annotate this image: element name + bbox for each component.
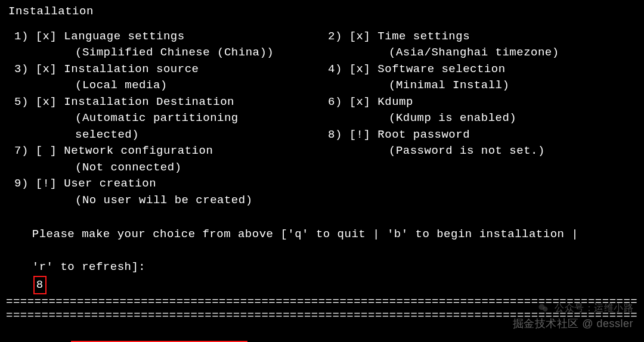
choice-input[interactable]: 8	[33, 276, 47, 295]
menu-item-5-sub2: selected)	[6, 127, 328, 144]
menu-item-2-sub: (Asia/Shanghai timezone)	[328, 45, 638, 61]
menu-item-9[interactable]: 9) [!] User creation	[6, 176, 328, 192]
choice-prompt: Please make your choice from above ['q' …	[6, 210, 638, 295]
menu-item-8[interactable]: 8) [!] Root password	[328, 127, 638, 144]
menu-item-5-sub: (Automatic partitioning	[6, 110, 328, 127]
menu-item-7[interactable]: 7) [ ] Network configuration	[6, 143, 328, 160]
menu-item-9-sub: (No user will be created)	[6, 192, 328, 209]
menu-item-7-sub: (Not connected)	[6, 160, 328, 176]
menu-item-5[interactable]: 5) [x] Installation Destination	[6, 94, 328, 111]
installation-menu: 1) [x] Language settings 2) [x] Time set…	[6, 29, 638, 209]
menu-item-6-sub: (Kdump is enabled)	[328, 110, 638, 127]
divider-line-2: ========================================…	[6, 309, 638, 322]
menu-item-6[interactable]: 6) [x] Kdump	[328, 94, 638, 111]
menu-item-3-sub: (Local media)	[6, 77, 328, 94]
menu-item-2[interactable]: 2) [x] Time settings	[328, 29, 638, 45]
root-password-prompt: Please select new root password. You wil…	[6, 324, 638, 342]
menu-item-4-sub: (Minimal Install)	[328, 77, 638, 94]
menu-item-4[interactable]: 4) [x] Software selection	[328, 61, 638, 78]
divider-line-1: ========================================…	[6, 296, 638, 308]
menu-item-1-sub: (Simplified Chinese (China))	[6, 45, 328, 61]
page-title: Installation	[8, 4, 638, 20]
menu-item-1[interactable]: 1) [x] Language settings	[6, 29, 328, 45]
menu-item-8-sub: (Password is not set.)	[328, 143, 638, 160]
menu-item-3[interactable]: 3) [x] Installation source	[6, 61, 328, 78]
